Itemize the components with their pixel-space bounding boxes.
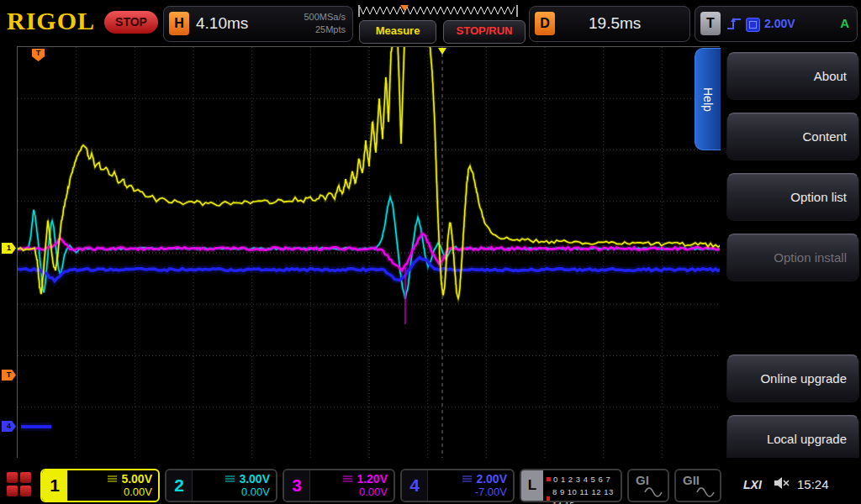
- bottom-status-bar: 1 5.00V 0.00V 2 3.00V 0.00V 3: [0, 458, 861, 504]
- channel1-box[interactable]: 1 5.00V 0.00V: [40, 469, 160, 502]
- menu-button-about[interactable]: About: [726, 52, 859, 100]
- menu-button-online-upgrade[interactable]: Online upgrade: [726, 354, 859, 402]
- logic-indicator: [547, 477, 551, 481]
- timebase-value: 4.10ms: [196, 14, 248, 33]
- horizontal-timebase-panel[interactable]: H 4.10ms 500MSa/s 25Mpts: [163, 6, 353, 42]
- channel2-offset: 0.00V: [241, 486, 270, 499]
- logic-digits-row1: 0 1 2 3 4 5 6 7: [553, 473, 610, 486]
- generator2-box[interactable]: GII: [674, 469, 721, 502]
- menu-sidebar: Help About Content Option list Option in…: [720, 46, 861, 470]
- trigger-slope-icon: [726, 15, 742, 32]
- generator1-label: GI: [636, 473, 649, 487]
- delay-value: 19.5ms: [589, 14, 641, 33]
- graticule[interactable]: [17, 46, 721, 459]
- channel1-offset: 0.00V: [124, 486, 152, 499]
- logic-analyzer-box[interactable]: L 0 1 2 3 4 5 6 7 8 9 10 11 12 13 14 15: [520, 469, 622, 502]
- trigger-panel[interactable]: T 2.00V A: [695, 6, 858, 42]
- generator2-label: GII: [683, 473, 700, 487]
- channel3-box[interactable]: 3 1.20V 0.00V: [283, 469, 395, 502]
- channel3-offset: 0.00V: [359, 486, 388, 499]
- logic-label: L: [521, 470, 543, 501]
- memory-depth: 25Mpts: [304, 24, 346, 36]
- coupling-icon: [107, 475, 118, 483]
- channel2-scale: 3.00V: [239, 472, 270, 486]
- measure-button[interactable]: Measure: [359, 20, 436, 44]
- waveform-canvas[interactable]: [18, 47, 721, 459]
- channel1-scale: 5.00V: [121, 472, 152, 486]
- logic-digits-row2: 8 9 10 11 12 13 14 15: [552, 486, 621, 504]
- acquisition-info: 500MSa/s 25Mpts: [304, 11, 346, 36]
- coupling-icon: [462, 475, 473, 483]
- generator1-box[interactable]: GI: [627, 469, 669, 502]
- multi-window-icon[interactable]: [7, 472, 31, 496]
- trigger-label: T: [700, 12, 721, 35]
- channel3-number: 3: [284, 470, 310, 501]
- channel2-number: 2: [166, 470, 193, 501]
- logic-indicator: [547, 496, 550, 501]
- top-status-bar: RIGOL STOP H 4.10ms 500MSa/s 25Mpts Meas…: [0, 0, 861, 46]
- trigger-source-label: A: [840, 16, 849, 30]
- menu-button-option-list[interactable]: Option list: [726, 173, 859, 221]
- coupling-icon: [224, 475, 235, 483]
- coupling-icon: [342, 475, 353, 483]
- horizontal-label: H: [169, 12, 189, 35]
- channel2-box[interactable]: 2 3.00V 0.00V: [165, 469, 277, 502]
- rigol-logo: RIGOL: [7, 7, 95, 35]
- trigger-level-value: 2.00V: [764, 17, 795, 30]
- trigger-source-icon: [746, 18, 760, 32]
- menu-button-content[interactable]: Content: [726, 113, 859, 160]
- ch1-position-marker[interactable]: 1: [2, 243, 16, 254]
- stop-run-button[interactable]: STOP/RUN: [443, 20, 526, 44]
- ch4-position-marker[interactable]: 4: [2, 421, 16, 432]
- sine-wave-icon: [696, 487, 715, 497]
- channel4-number: 4: [402, 470, 428, 501]
- channel4-box[interactable]: 4 2.00V -7.00V: [400, 469, 515, 502]
- delay-panel[interactable]: D 19.5ms: [529, 6, 690, 42]
- channel3-scale: 1.20V: [357, 472, 388, 486]
- channel4-offset: -7.00V: [475, 486, 507, 499]
- menu-empty-slot: [720, 288, 861, 349]
- run-status-badge: STOP: [104, 11, 158, 34]
- lxi-indicator: LXI: [743, 478, 762, 491]
- menu-button-local-upgrade[interactable]: Local upgrade: [726, 415, 859, 463]
- memory-position-preview[interactable]: [357, 4, 520, 18]
- help-menu-tab[interactable]: Help: [695, 48, 721, 150]
- channel4-scale: 2.00V: [476, 472, 507, 486]
- sound-muted-icon: [774, 476, 790, 490]
- menu-button-option-install: Option install: [726, 234, 859, 281]
- clock: 15:24: [797, 477, 829, 491]
- channel1-number: 1: [42, 470, 68, 501]
- sample-rate: 500MSa/s: [304, 11, 346, 24]
- trigger-level-marker[interactable]: T: [2, 370, 16, 381]
- sine-wave-icon: [644, 487, 663, 497]
- delay-label: D: [535, 12, 555, 35]
